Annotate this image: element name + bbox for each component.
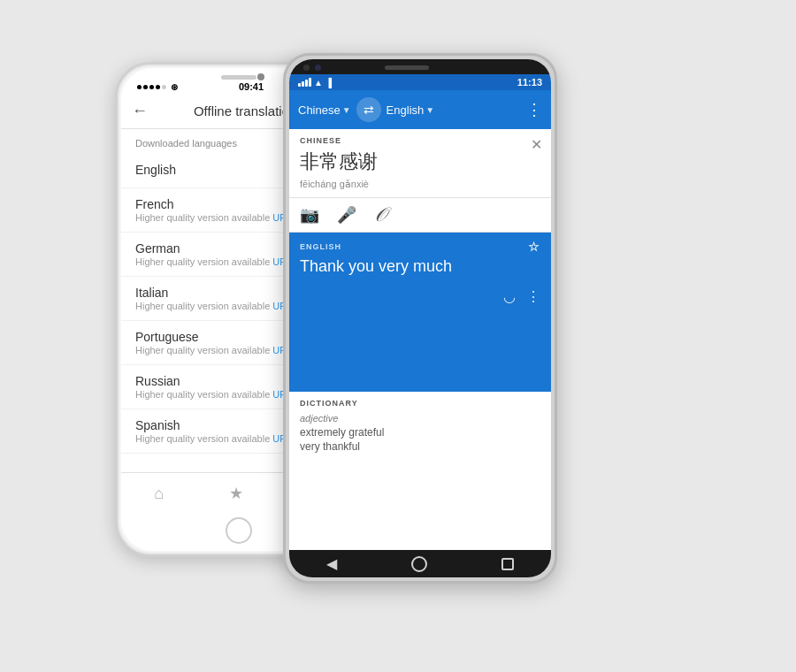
- pinyin-text: fēicháng gǎnxiè: [300, 179, 540, 190]
- android-sensors: [303, 65, 321, 71]
- wifi-icon: ⊛: [171, 82, 178, 92]
- android-toolbar: Chinese ▼ ⇄ English ▼ ⋮: [289, 90, 551, 129]
- scene: ⊛ 09:41 ← Offline translation + Download…: [88, 27, 708, 645]
- target-lang-label: English: [387, 103, 425, 117]
- android-sensor-1: [303, 65, 310, 71]
- target-lang-arrow: ▼: [425, 105, 434, 115]
- signal-dots: [137, 85, 166, 89]
- result-text-english: Thank you very much: [300, 257, 540, 276]
- clear-button[interactable]: ✕: [531, 136, 542, 153]
- result-lang-label-header: ENGLISH ☆: [300, 240, 540, 254]
- source-text-chinese[interactable]: 非常感谢: [300, 149, 540, 175]
- android-top-bezel: [289, 59, 551, 74]
- copy-icon[interactable]: ◡: [503, 288, 516, 305]
- source-lang-label: Chinese: [298, 103, 341, 117]
- camera-action-icon[interactable]: 📷: [300, 205, 319, 225]
- status-left: ⊛: [137, 82, 178, 92]
- swap-languages-button[interactable]: ⇄: [356, 97, 381, 122]
- source-lang-label-header: CHINESE: [300, 136, 540, 145]
- back-nav-button[interactable]: ◀: [326, 555, 337, 572]
- iphone-camera: [257, 73, 264, 80]
- signal-icon: [298, 78, 311, 87]
- recents-nav-button[interactable]: [501, 558, 514, 570]
- back-button[interactable]: ←: [132, 102, 148, 120]
- dictionary-area: DICTIONARY adjective extremely grateful …: [289, 392, 551, 551]
- dict-item-1: extremely grateful: [300, 426, 540, 439]
- microphone-action-icon[interactable]: 🎤: [337, 205, 356, 225]
- dictionary-pos: adjective: [300, 413, 540, 424]
- android-result-area: ENGLISH ☆ Thank you very much ◡ ⋮: [289, 233, 551, 392]
- android-status-icons: ▲ ▐: [298, 78, 332, 88]
- tab-home-icon[interactable]: ⌂: [136, 481, 181, 507]
- handwriting-action-icon[interactable]: 𝒪: [374, 203, 386, 226]
- result-lang-text: ENGLISH: [300, 242, 341, 251]
- source-lang-arrow: ▼: [342, 105, 351, 115]
- android-nav-bar: ◀: [289, 550, 551, 577]
- iphone-time: 09:41: [239, 81, 264, 92]
- iphone-speaker: [221, 75, 256, 80]
- result-actions: ◡ ⋮: [300, 283, 540, 305]
- wifi-status-icon: ▲: [314, 78, 323, 88]
- android-time: 11:13: [517, 77, 542, 88]
- android-camera: [315, 65, 321, 71]
- home-nav-button[interactable]: [411, 556, 427, 572]
- english-label: English: [135, 163, 176, 177]
- more-options-icon[interactable]: ⋮: [526, 100, 542, 119]
- dict-item-2: very thankful: [300, 440, 540, 453]
- result-more-icon[interactable]: ⋮: [526, 288, 540, 305]
- android-device: ▲ ▐ 11:13 Chinese ▼ ⇄ English ▼ ⋮: [283, 53, 557, 584]
- android-status-bar: ▲ ▐ 11:13: [289, 74, 551, 90]
- android-speaker: [385, 65, 429, 70]
- tab-favorites-icon[interactable]: ★: [211, 480, 261, 507]
- source-language-selector[interactable]: Chinese ▼: [298, 103, 351, 117]
- android-input-area[interactable]: CHINESE 非常感谢 fēicháng gǎnxiè ✕: [289, 129, 551, 198]
- dictionary-header: DICTIONARY: [300, 399, 540, 408]
- input-actions: 📷 🎤 𝒪: [289, 198, 551, 233]
- target-language-selector[interactable]: English ▼: [387, 103, 435, 117]
- iphone-home-button[interactable]: [226, 517, 252, 544]
- favorite-icon[interactable]: ☆: [528, 240, 540, 254]
- battery-status-icon: ▐: [325, 78, 332, 88]
